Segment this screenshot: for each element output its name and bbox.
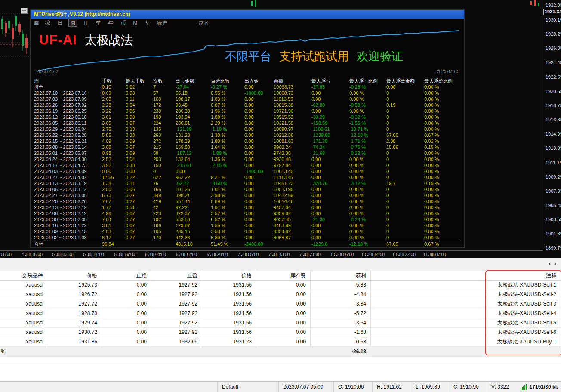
stats-cell: 0	[386, 114, 424, 120]
panel-menu-item[interactable]: 路径	[197, 19, 210, 26]
price-chart[interactable]: — MTDriver统计 ,V3.12 (http://mtdriver.cn)…	[0, 0, 561, 258]
stats-cell: 97.22	[176, 204, 211, 210]
trade-row[interactable]: xauusd1928.700.001927.921931.560.00-5.72…	[0, 309, 561, 318]
panel-menu-item[interactable]: 月	[82, 19, 89, 26]
stats-cell: 4.03	[102, 228, 126, 235]
stats-cell: 0.00	[311, 96, 349, 102]
stats-cell: 557.44	[176, 198, 211, 204]
stats-cell: 198	[153, 114, 176, 120]
panel-menu-item[interactable]: 币	[119, 19, 127, 26]
trade-row[interactable]: xauusd1930.720.001927.921931.560.00-1.68…	[0, 328, 561, 337]
stats-cell: 2023.04.17 ~ 2023.04.23	[34, 162, 102, 168]
stats-cell: 0.69	[102, 90, 126, 96]
trade-cell: xauusd	[0, 290, 47, 299]
trade-row[interactable]: xauusd1927.720.001927.921931.560.00-3.84…	[0, 299, 561, 309]
stats-cell: 持仓	[34, 84, 102, 90]
stats-cell: 3.57 %	[211, 210, 244, 216]
stats-cell: 0.00 %	[424, 235, 459, 241]
stats-cell: 0.00	[244, 150, 274, 156]
stats-cell: 203	[153, 156, 176, 162]
trade-column-header: 注释	[371, 271, 561, 280]
stats-row: 2023.02.13 ~ 2023.02.191.770.514297.221.…	[34, 204, 461, 210]
stats-row: 2023.07.10 ~ 2023.07.160.690.035755.180.…	[34, 90, 461, 96]
stats-cell: 67.65	[386, 241, 424, 247]
trade-cell: 太极战法-XAUUSD-Sell-1	[371, 281, 561, 290]
trade-column-header: 价格	[47, 271, 102, 280]
panel-menu-item[interactable]: 备	[143, 19, 151, 26]
trade-column-header: 止盈	[151, 271, 202, 280]
stats-cell: 96.84	[102, 241, 126, 247]
stats-cell: 285.15	[176, 228, 211, 235]
stats-cell: 223	[153, 210, 176, 216]
time-axis: 4 Jul 08:004 Jul 16:005 Jul 03:005 Jul 1…	[0, 250, 543, 258]
panel-menu-item[interactable]: 周	[68, 19, 77, 27]
scroll-left-icon[interactable]: ◂	[548, 261, 550, 266]
panel-menu-item[interactable]: 年	[107, 19, 114, 26]
stats-cell: 10513.95	[274, 186, 311, 192]
trade-row[interactable]: xauusd1931.860.001932.661931.230.00-0.63…	[0, 337, 561, 347]
trade-cell: -5.72	[311, 309, 371, 318]
panel-titlebar[interactable]: MTDriver统计 ,V3.12 (http://mtdriver.cn)	[31, 10, 464, 19]
trade-row[interactable]: xauusd1926.720.001927.921931.560.00-4.84…	[0, 290, 561, 299]
stats-cell: 0.00	[311, 90, 349, 96]
stats-cell: 2023.06.26 ~ 2023.07.02	[34, 102, 102, 108]
brand-line: UF-AI 太极战法	[39, 32, 133, 49]
price-axis-label: 1930.15	[546, 17, 561, 22]
panel-menu-item[interactable]: 季	[94, 19, 102, 26]
stats-cell: 224	[153, 120, 176, 126]
profile-selector[interactable]: Default	[217, 382, 278, 392]
trade-row[interactable]: xauusd1925.730.001927.921931.560.00-5.83…	[0, 281, 561, 290]
stats-cell: 3.92	[102, 162, 126, 168]
stats-cell: 0.00	[311, 228, 349, 235]
stats-cell: 230.61	[176, 120, 211, 126]
stats-cell: 0.00	[244, 120, 274, 126]
stats-cell: 0	[386, 108, 424, 114]
stats-cell: 15.06	[386, 144, 424, 150]
stats-cell: -1239.6	[311, 241, 349, 247]
stats-cell: 0.04	[126, 156, 153, 162]
stats-cell: 1.30 %	[211, 132, 244, 138]
stats-cell: 0.00	[244, 108, 274, 114]
panel-menu-item[interactable]: 日	[56, 19, 64, 26]
stats-cell: 5.80 %	[211, 235, 244, 241]
panel-menu-item[interactable]: M	[132, 19, 139, 26]
time-axis-label: 6 Jul 20:00	[207, 252, 228, 257]
stats-cell: 0.00	[244, 210, 274, 216]
trade-row[interactable]: xauusd1929.740.001927.921931.560.00-3.64…	[0, 318, 561, 328]
stats-cell: 67.65	[386, 132, 424, 138]
stats-total-row: 合计96.844815.1851.45 %-2400.00-1239.6-12.…	[34, 241, 461, 247]
stats-cell: 263	[153, 132, 176, 138]
status-cell: V: 3322	[487, 382, 512, 392]
panel-menu-item[interactable]: 账户	[156, 19, 169, 26]
stats-cell: 2023.02.27 ~ 2023.03.05	[34, 192, 102, 198]
scroll-right-icon[interactable]: ▸	[555, 261, 557, 266]
promo-text: 支持试跑试用	[279, 49, 349, 64]
stats-cell: 2.50	[102, 186, 126, 192]
stats-cell: 0.00	[311, 222, 349, 228]
stats-cell: 57	[153, 90, 176, 96]
stats-cell: 0.87 %	[211, 102, 244, 108]
stats-cell: 0.00	[311, 174, 349, 180]
trade-cell	[102, 347, 151, 356]
stats-cell: -62.80	[311, 102, 349, 108]
stats-cell: 0.00 %	[424, 186, 459, 192]
stats-cell: 0.00	[244, 216, 274, 222]
panel-menu-item[interactable]: 综	[43, 19, 51, 26]
stats-row: 2023.01.09 ~ 2023.01.154.030.07185285.15…	[34, 228, 461, 235]
stats-cell: 2023.01.09 ~ 2023.01.15	[34, 228, 102, 235]
stats-cell: -0.75 %	[349, 144, 386, 150]
indicator-minimize-icon[interactable]: —	[21, 8, 28, 14]
stats-cell: 2023.02.13 ~ 2023.02.19	[34, 204, 102, 210]
stats-cell: 4815.18	[176, 241, 211, 247]
time-axis-label: 7 Jul 21:00	[299, 252, 321, 257]
trade-cell: 0.00	[102, 299, 151, 309]
stats-cell: 349	[153, 192, 176, 198]
stats-cell: 10081.63	[274, 138, 311, 144]
stats-cell: 7.04	[102, 216, 126, 222]
stats-cell: 9743.36	[274, 150, 311, 156]
stats-cell: 101.26	[176, 186, 211, 192]
stats-cell: 206.38	[176, 108, 211, 114]
stats-cell: 238	[153, 108, 176, 114]
brand-taiji: 太极战法	[85, 32, 133, 49]
trade-cell: xauusd	[0, 328, 47, 337]
